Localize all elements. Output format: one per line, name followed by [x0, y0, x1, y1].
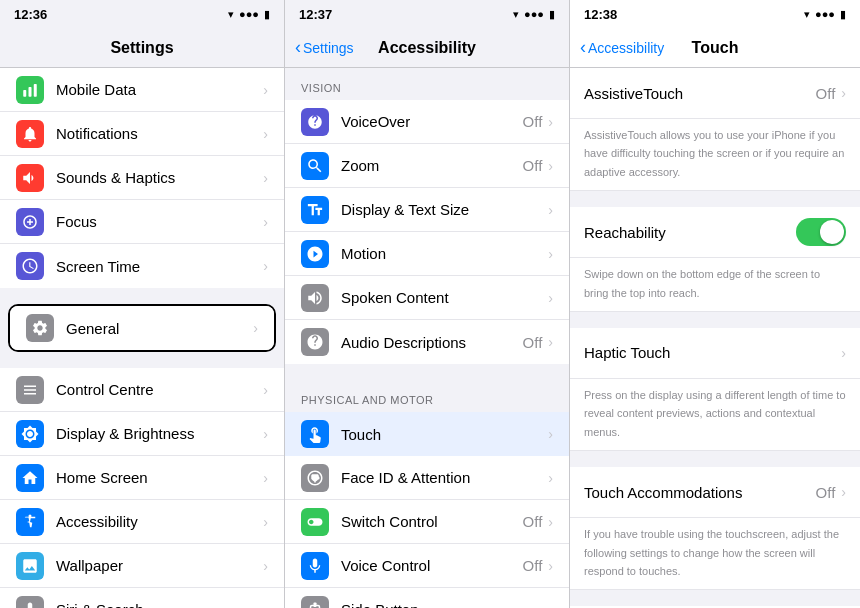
back-chevron-icon-3: ‹ — [580, 37, 586, 58]
time-3: 12:38 — [584, 7, 617, 22]
voice-control-label: Voice Control — [341, 557, 523, 574]
back-label-3: Accessibility — [588, 40, 664, 56]
nav-bar-1: Settings — [0, 28, 284, 68]
touch-label: Touch — [341, 426, 548, 443]
haptic-touch-desc: Press on the display using a different l… — [584, 389, 846, 438]
acc-item-motion[interactable]: Motion › — [285, 232, 569, 276]
acc-item-voiceover[interactable]: VoiceOver Off › — [285, 100, 569, 144]
chevron-icon: › — [548, 202, 553, 218]
touch-accommodations-value: Off — [816, 484, 836, 501]
sidebar-item-notifications[interactable]: Notifications › — [0, 112, 284, 156]
chevron-icon: › — [548, 290, 553, 306]
assistive-touch-label: AssistiveTouch — [584, 85, 816, 102]
wifi-icon: ▾ — [228, 8, 234, 21]
chevron-icon: › — [263, 170, 268, 186]
focus-label: Focus — [56, 213, 263, 230]
chevron-icon: › — [548, 426, 553, 442]
status-icons-1: ▾ ●●● ▮ — [228, 8, 270, 21]
spoken-content-label: Spoken Content — [341, 289, 548, 306]
reachability-label: Reachability — [584, 224, 796, 241]
sidebar-item-sounds[interactable]: Sounds & Haptics › — [0, 156, 284, 200]
touch-item-reachability[interactable]: Reachability — [570, 207, 860, 258]
chevron-icon: › — [548, 334, 553, 350]
home-screen-label: Home Screen — [56, 469, 263, 486]
acc-item-spoken-content[interactable]: Spoken Content › — [285, 276, 569, 320]
back-button-3[interactable]: ‹ Accessibility — [580, 37, 664, 58]
siri-icon — [16, 596, 44, 609]
voice-control-value: Off — [523, 557, 543, 574]
chevron-icon: › — [263, 214, 268, 230]
audio-desc-label: Audio Descriptions — [341, 334, 523, 351]
notifications-icon — [16, 120, 44, 148]
sidebar-item-focus[interactable]: Focus › — [0, 200, 284, 244]
acc-item-face-id[interactable]: Face ID & Attention › — [285, 456, 569, 500]
chevron-icon: › — [263, 258, 268, 274]
status-bar-3: 12:38 ▾ ●●● ▮ — [570, 0, 860, 28]
acc-item-voice-control[interactable]: Voice Control Off › — [285, 544, 569, 588]
acc-item-display-text[interactable]: Display & Text Size › — [285, 188, 569, 232]
sidebar-item-screen-time[interactable]: Screen Time › — [0, 244, 284, 288]
control-centre-icon — [16, 376, 44, 404]
acc-item-audio-desc[interactable]: Audio Descriptions Off › — [285, 320, 569, 364]
side-button-icon — [301, 596, 329, 609]
chevron-icon: › — [548, 602, 553, 609]
focus-icon — [16, 208, 44, 236]
touch-item-haptic[interactable]: Haptic Touch › — [570, 328, 860, 379]
zoom-icon — [301, 152, 329, 180]
home-screen-icon — [16, 464, 44, 492]
panel-accessibility: 12:37 ▾ ●●● ▮ ‹ Settings Accessibility V… — [285, 0, 570, 608]
spoken-content-icon — [301, 284, 329, 312]
accessibility-nav-title: Accessibility — [378, 39, 476, 57]
chevron-icon: › — [548, 158, 553, 174]
sidebar-item-home-screen[interactable]: Home Screen › — [0, 456, 284, 500]
sidebar-item-siri[interactable]: Siri & Search › — [0, 588, 284, 608]
voiceover-icon — [301, 108, 329, 136]
sidebar-item-wallpaper[interactable]: Wallpaper › — [0, 544, 284, 588]
chevron-icon: › — [263, 426, 268, 442]
sidebar-item-display[interactable]: Display & Brightness › — [0, 412, 284, 456]
battery-icon: ▮ — [264, 8, 270, 21]
general-label: General — [66, 320, 253, 337]
svg-rect-2 — [34, 84, 37, 97]
sidebar-item-control-centre[interactable]: Control Centre › — [0, 368, 284, 412]
chevron-icon: › — [548, 470, 553, 486]
touch-nav-title: Touch — [692, 39, 739, 57]
acc-item-side-button[interactable]: Side Button › — [285, 588, 569, 608]
signal-icon: ●●● — [815, 8, 835, 20]
zoom-value: Off — [523, 157, 543, 174]
acc-item-switch-control[interactable]: Switch Control Off › — [285, 500, 569, 544]
accessibility-list[interactable]: VISION VoiceOver Off › Zoom Off › — [285, 68, 569, 608]
acc-item-zoom[interactable]: Zoom Off › — [285, 144, 569, 188]
accessibility-icon — [16, 508, 44, 536]
chevron-icon: › — [263, 82, 268, 98]
touch-accommodations-desc: If you have trouble using the touchscree… — [584, 528, 839, 577]
audio-desc-value: Off — [523, 334, 543, 351]
mobile-data-icon — [16, 76, 44, 104]
sounds-label: Sounds & Haptics — [56, 169, 263, 186]
switch-control-value: Off — [523, 513, 543, 530]
wallpaper-icon — [16, 552, 44, 580]
touch-item-assistive[interactable]: AssistiveTouch Off › — [570, 68, 860, 119]
nav-bar-2: ‹ Settings Accessibility — [285, 28, 569, 68]
display-text-icon — [301, 196, 329, 224]
time-1: 12:36 — [14, 7, 47, 22]
sidebar-item-accessibility[interactable]: Accessibility › — [0, 500, 284, 544]
chevron-icon: › — [263, 470, 268, 486]
settings-list-1[interactable]: Mobile Data › Notifications › Sounds & H… — [0, 68, 284, 608]
back-button-2[interactable]: ‹ Settings — [295, 37, 354, 58]
chevron-icon: › — [253, 320, 258, 336]
reachability-toggle[interactable] — [796, 218, 846, 246]
touch-detail-list[interactable]: AssistiveTouch Off › AssistiveTouch allo… — [570, 68, 860, 608]
sounds-icon — [16, 164, 44, 192]
touch-accommodations-label: Touch Accommodations — [584, 484, 816, 501]
sidebar-item-mobile-data[interactable]: Mobile Data › — [0, 68, 284, 112]
acc-item-touch[interactable]: Touch › — [285, 412, 569, 456]
mobile-data-label: Mobile Data — [56, 81, 263, 98]
chevron-icon: › — [548, 114, 553, 130]
chevron-icon: › — [263, 382, 268, 398]
signal-icon: ●●● — [239, 8, 259, 20]
sidebar-item-general[interactable]: General › — [10, 306, 274, 350]
screen-time-label: Screen Time — [56, 258, 263, 275]
touch-item-accommodations[interactable]: Touch Accommodations Off › — [570, 467, 860, 518]
battery-icon: ▮ — [840, 8, 846, 21]
